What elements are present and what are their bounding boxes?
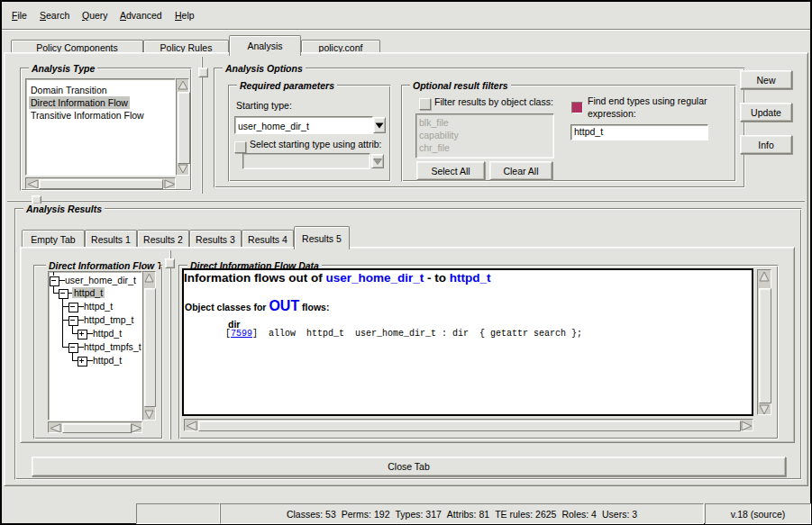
flow-tree-group-label: Direct Information Flow T: [46, 260, 160, 271]
tree-connector-line: [62, 297, 63, 347]
menu-help[interactable]: Help: [175, 10, 195, 21]
scroll-down-icon[interactable]: [144, 409, 154, 420]
tree-expand-toggle[interactable]: [68, 316, 78, 326]
regex-checkbox-label-line1[interactable]: Find end types using regular: [588, 95, 707, 106]
regex-checkbox-label-line2[interactable]: expression:: [588, 108, 636, 119]
rule-id-link[interactable]: 7599: [231, 329, 252, 339]
tree-expand-toggle[interactable]: [50, 276, 59, 286]
objclass-filter-checkbox[interactable]: [419, 98, 431, 110]
analysis-type-hscrollbar[interactable]: [25, 177, 176, 189]
scroll-up-icon[interactable]: [178, 80, 188, 91]
scrollbar-thumb[interactable]: [178, 92, 190, 164]
menu-file[interactable]: File: [12, 10, 27, 21]
flow-data-title: Information flows out of user_home_dir_t…: [184, 271, 491, 285]
analysis-type-listbox[interactable]: Domain Transition Direct Information Flo…: [25, 78, 176, 176]
policy-version: v.18 (source): [731, 509, 786, 520]
tab-results-4[interactable]: Results 4: [242, 230, 294, 248]
attrib-checkbox-label[interactable]: Select starting type using attrib:: [250, 139, 382, 149]
starting-type-dropdown-button[interactable]: [373, 117, 386, 133]
objclass-flow-dir: OUT: [269, 298, 299, 313]
scroll-right-icon[interactable]: [131, 423, 142, 433]
results-sash-handle[interactable]: [165, 258, 175, 268]
scroll-left-icon[interactable]: [50, 423, 61, 433]
tree-connector-line: [62, 320, 68, 321]
scroll-left-icon[interactable]: [186, 421, 197, 431]
attrib-combobox-disabled: [242, 153, 370, 169]
analysis-options-group-label: Analysis Options: [223, 63, 306, 74]
stat-roles: Roles: 4: [561, 509, 597, 520]
objclass-list-items: blk_file capability chr_file: [416, 114, 553, 154]
tab-results-5[interactable]: Results 5: [294, 226, 350, 249]
tree-expand-toggle[interactable]: [59, 289, 68, 299]
analysis-type-item-selected[interactable]: Direct Information Flow: [29, 96, 130, 109]
tree-node[interactable]: httpd_tmpfs_t: [82, 341, 142, 352]
tree-node[interactable]: httpd_t: [82, 301, 114, 312]
clear-all-button[interactable]: Clear All: [489, 161, 552, 180]
tab-results-1[interactable]: Results 1: [85, 230, 137, 248]
flow-data-vscrollbar[interactable]: [757, 269, 771, 415]
flow-data-textarea[interactable]: Information flows out of user_home_dir_t…: [182, 268, 753, 416]
analysis-type-vscrollbar[interactable]: [176, 78, 189, 176]
tab-analysis[interactable]: Analysis: [229, 35, 301, 56]
tree-expand-toggle[interactable]: [78, 330, 87, 339]
tree-node[interactable]: httpd_t: [91, 355, 123, 366]
analysis-type-item[interactable]: Transitive Information Flow: [29, 109, 146, 122]
tree-node-selected[interactable]: httpd_t: [72, 287, 105, 298]
attrib-checkbox[interactable]: [234, 141, 246, 153]
flow-data-hscrollbar[interactable]: [184, 419, 753, 431]
scrollbar-thumb[interactable]: [198, 421, 741, 431]
starting-type-combobox[interactable]: user_home_dir_t: [234, 116, 373, 134]
tree-expand-toggle[interactable]: [68, 343, 78, 353]
tab-results-2[interactable]: Results 2: [137, 230, 189, 248]
scrollbar-thumb[interactable]: [144, 288, 156, 407]
analysis-type-list-items: Domain Transition Direct Information Flo…: [26, 79, 175, 122]
tab-empty-tab[interactable]: Empty Tab: [22, 230, 85, 248]
stat-classes: Classes: 53: [287, 509, 336, 520]
scrollbar-thumb[interactable]: [62, 423, 132, 433]
regex-input[interactable]: httpd_t: [570, 124, 708, 140]
top-pane-sash-handle[interactable]: [198, 68, 208, 77]
tree-node[interactable]: user_home_dir_t: [63, 275, 138, 285]
select-all-button[interactable]: Select All: [416, 161, 485, 180]
analysis-type-item[interactable]: Domain Transition: [29, 84, 109, 96]
flow-title-pre: Information flows out of: [184, 271, 325, 285]
main-sash[interactable]: [7, 200, 805, 202]
scroll-down-icon[interactable]: [178, 163, 188, 174]
menu-bar: File Search Query Advanced Help: [2, 2, 810, 29]
scroll-down-icon[interactable]: [759, 403, 770, 415]
scrollbar-thumb[interactable]: [759, 288, 771, 403]
menu-advanced[interactable]: Advanced: [120, 10, 162, 21]
tree-expand-toggle[interactable]: [68, 303, 78, 312]
scroll-right-icon[interactable]: [164, 179, 176, 189]
tree-node[interactable]: httpd_tmp_t: [82, 314, 135, 325]
minus-icon: [70, 320, 75, 321]
plus-icon-vertical: [81, 358, 82, 363]
main-tab-bar: Policy Components Policy Rules policy.co…: [2, 31, 810, 54]
app-window: File Search Query Advanced Help Policy C…: [0, 0, 812, 525]
info-button[interactable]: Info: [740, 135, 792, 154]
tree-expand-toggle[interactable]: [78, 357, 87, 367]
menu-search[interactable]: Search: [40, 10, 69, 21]
tree-node[interactable]: httpd_t: [91, 328, 123, 339]
analysis-results-group-label: Analysis Results: [23, 204, 105, 214]
tab-results-3[interactable]: Results 3: [189, 230, 242, 248]
results-sash[interactable]: [169, 250, 171, 439]
scroll-up-icon[interactable]: [759, 271, 770, 283]
close-tab-button[interactable]: Close Tab: [32, 457, 786, 476]
update-button[interactable]: Update: [740, 103, 792, 122]
menu-query[interactable]: Query: [82, 10, 108, 21]
flow-tree-hscrollbar[interactable]: [48, 421, 142, 433]
flow-data-rule-line: [7599] allow httpd_t user_home_dir_t : d…: [225, 329, 582, 339]
regex-checkbox[interactable]: [571, 102, 583, 113]
scroll-up-icon[interactable]: [144, 273, 154, 284]
new-button[interactable]: New: [740, 70, 792, 89]
objclass-filter-label[interactable]: Filter results by object class:: [434, 96, 553, 107]
flow-title-target-type: httpd_t: [450, 271, 491, 285]
starting-type-value: user_home_dir_t: [238, 121, 309, 131]
flow-tree[interactable]: user_home_dir_t httpd_t httpd_t httpd_tm…: [48, 271, 142, 421]
scrollbar-thumb[interactable]: [39, 179, 163, 189]
flow-tree-vscrollbar[interactable]: [142, 271, 156, 421]
scroll-right-icon[interactable]: [741, 421, 753, 431]
objclass-item: capability: [417, 129, 461, 141]
scroll-left-icon[interactable]: [27, 179, 39, 189]
